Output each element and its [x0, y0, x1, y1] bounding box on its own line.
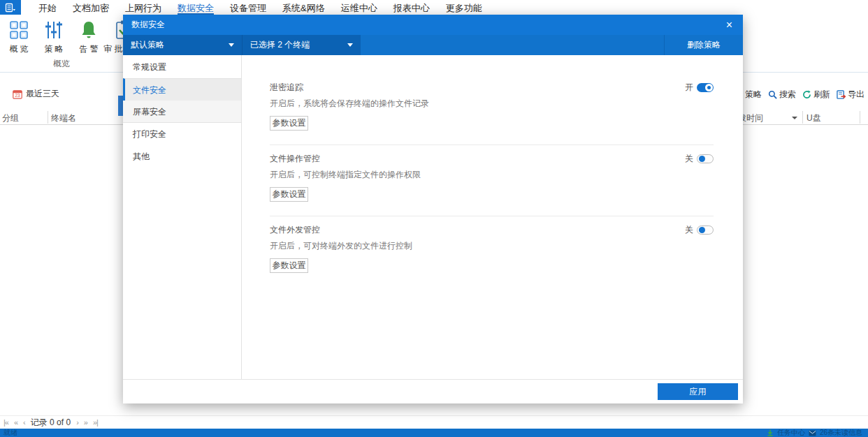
- menu-item-system-network[interactable]: 系统&网络: [282, 0, 325, 15]
- menu-item-more[interactable]: 更多功能: [446, 0, 482, 15]
- prev-page-button[interactable]: ‹: [23, 418, 25, 427]
- pagination-bar: |« « ‹ 记录 0 of 0 › » »|: [0, 415, 868, 429]
- export-icon: [837, 90, 846, 99]
- sidebar-item-other[interactable]: 其他: [123, 145, 241, 168]
- refresh-icon: [802, 90, 811, 99]
- dialog-sidebar: 常规设置 文件安全 屏幕安全 打印安全 其他: [123, 55, 242, 379]
- menu-item-device-mgmt[interactable]: 设备管理: [230, 0, 266, 15]
- obscured-background-element: [118, 96, 123, 116]
- toggle-group: 关: [685, 153, 714, 165]
- section-description: 开启后，可控制终端指定文件的操作权限: [270, 169, 714, 181]
- fast-prev-button[interactable]: «: [14, 418, 17, 427]
- calendar-icon: 23: [13, 89, 22, 99]
- dialog-titlebar: 数据安全 ×: [123, 15, 743, 35]
- refresh-label: 刷新: [813, 89, 830, 101]
- parameter-settings-button[interactable]: 参数设置: [270, 187, 308, 202]
- parameter-settings-button[interactable]: 参数设置: [270, 258, 308, 273]
- dialog-footer: 应用: [123, 379, 743, 403]
- column-header-terminal-name[interactable]: 终端名: [51, 112, 76, 124]
- ribbon-tool-label: 策略: [43, 43, 66, 55]
- dialog-title: 数据安全: [131, 19, 165, 31]
- search-label: 搜索: [779, 89, 796, 101]
- column-divider: [48, 111, 48, 124]
- last-page-button[interactable]: »|: [93, 418, 98, 427]
- column-header-group[interactable]: 分组: [2, 112, 19, 124]
- ribbon-tool-label: 告警: [78, 43, 101, 55]
- file-operation-toggle[interactable]: [697, 154, 714, 163]
- grid-icon: [8, 20, 29, 40]
- close-icon[interactable]: ×: [724, 20, 735, 31]
- apply-button[interactable]: 应用: [658, 383, 738, 400]
- sliders-icon: [43, 20, 64, 40]
- menu-item-ops-center[interactable]: 运维中心: [341, 0, 377, 15]
- refresh-button[interactable]: 刷新: [802, 89, 830, 101]
- sidebar-item-print-security[interactable]: 打印安全: [123, 123, 241, 145]
- status-right-group: 任务中心 26条未读信息: [767, 429, 862, 437]
- section-title: 文件外发管控: [270, 224, 320, 236]
- file-outgoing-toggle[interactable]: [697, 225, 714, 235]
- leak-tracking-toggle[interactable]: [697, 83, 714, 92]
- toggle-knob: [705, 84, 713, 91]
- export-label: 导出: [848, 89, 865, 101]
- toggle-group: 开: [685, 82, 714, 94]
- dialog-body: 常规设置 文件安全 屏幕安全 打印安全 其他 泄密追踪 开 开启后，系统将会保存…: [123, 55, 743, 379]
- menu-item-report-center[interactable]: 报表中心: [393, 0, 430, 15]
- app-menu-button[interactable]: [0, 0, 21, 15]
- toggle-knob: [699, 227, 705, 233]
- app-menu-icon: [5, 3, 16, 13]
- section-file-outgoing-control: 文件外发管控 关 开启后，可对终端外发的文件进行控制 参数设置: [270, 216, 714, 287]
- task-center-link[interactable]: 任务中心: [777, 429, 805, 437]
- menu-item-web-behavior[interactable]: 上网行为: [125, 0, 161, 15]
- data-security-dialog: 数据安全 × 默认策略 已选择 2 个终端 删除策略 常规设置 文件安全 屏幕安…: [123, 15, 743, 403]
- export-button[interactable]: 导出: [837, 89, 865, 101]
- delete-policy-button[interactable]: 删除策略: [664, 35, 743, 55]
- menu-items: 开始 文档加密 上网行为 数据安全 设备管理 系统&网络 运维中心 报表中心 更…: [38, 0, 482, 15]
- dialog-toolbar: 默认策略 已选择 2 个终端 删除策略: [123, 35, 743, 55]
- search-button[interactable]: 搜索: [768, 89, 796, 101]
- bell-icon: [78, 20, 99, 40]
- status-ready-label: 就绪: [3, 429, 17, 437]
- policy-action-label: 策略: [745, 89, 762, 101]
- svg-text:23: 23: [15, 93, 20, 98]
- ribbon-tool-policy[interactable]: 策略: [36, 20, 71, 55]
- policy-selector-dropdown[interactable]: 默认策略: [123, 35, 242, 55]
- menu-item-data-security[interactable]: 数据安全: [178, 0, 214, 15]
- section-description: 开启后，系统将会保存终端的操作文件记录: [270, 98, 714, 110]
- ribbon-tool-overview[interactable]: 概览: [1, 20, 36, 55]
- section-file-operation-control: 文件操作管控 关 开启后，可控制终端指定文件的操作权限 参数设置: [270, 145, 714, 216]
- toggle-state-label: 关: [685, 153, 693, 165]
- toggle-knob: [699, 156, 705, 162]
- column-divider: [860, 111, 860, 124]
- ribbon-tool-alert[interactable]: 告警: [71, 20, 106, 55]
- download-arrow-icon: [767, 429, 774, 436]
- column-divider: [802, 111, 803, 124]
- record-count-label: 记录 0 of 0: [31, 417, 71, 429]
- status-bar: 就绪 任务中心 26条未读信息: [0, 429, 868, 437]
- section-title: 泄密追踪: [270, 82, 303, 94]
- ribbon-tool-label: 概览: [8, 43, 31, 55]
- menu-item-doc-encryption[interactable]: 文档加密: [73, 0, 109, 15]
- unread-messages-link[interactable]: 26条未读信息: [820, 429, 862, 437]
- section-leak-tracking: 泄密追踪 开 开启后，系统将会保存终端的操作文件记录 参数设置: [270, 82, 714, 145]
- sidebar-item-general-settings[interactable]: 常规设置: [123, 56, 241, 78]
- menu-item-start[interactable]: 开始: [38, 0, 57, 15]
- terminal-selector-dropdown[interactable]: 已选择 2 个终端: [242, 35, 361, 55]
- parameter-settings-button[interactable]: 参数设置: [270, 116, 308, 131]
- first-page-button[interactable]: |«: [3, 418, 8, 427]
- toolbar-spacer: [361, 35, 664, 55]
- fast-next-button[interactable]: »: [84, 418, 87, 427]
- app-window: 开始 文档加密 上网行为 数据安全 设备管理 系统&网络 运维中心 报表中心 更…: [0, 0, 868, 437]
- date-range-filter[interactable]: 23 最近三天: [13, 88, 59, 100]
- sidebar-item-screen-security[interactable]: 屏幕安全: [123, 101, 241, 123]
- next-page-button[interactable]: ›: [76, 418, 78, 427]
- section-description: 开启后，可对终端外发的文件进行控制: [270, 240, 714, 252]
- policy-selector-label: 默认策略: [131, 39, 164, 51]
- sidebar-item-file-security[interactable]: 文件安全: [123, 78, 241, 101]
- sort-caret-icon[interactable]: [792, 117, 797, 119]
- toggle-state-label: 开: [685, 82, 693, 94]
- chevron-down-icon: [347, 43, 353, 47]
- date-range-label: 最近三天: [26, 88, 59, 100]
- toggle-group: 关: [685, 224, 714, 236]
- column-header-usb[interactable]: U盘: [806, 112, 821, 124]
- chevron-down-icon: [229, 43, 234, 47]
